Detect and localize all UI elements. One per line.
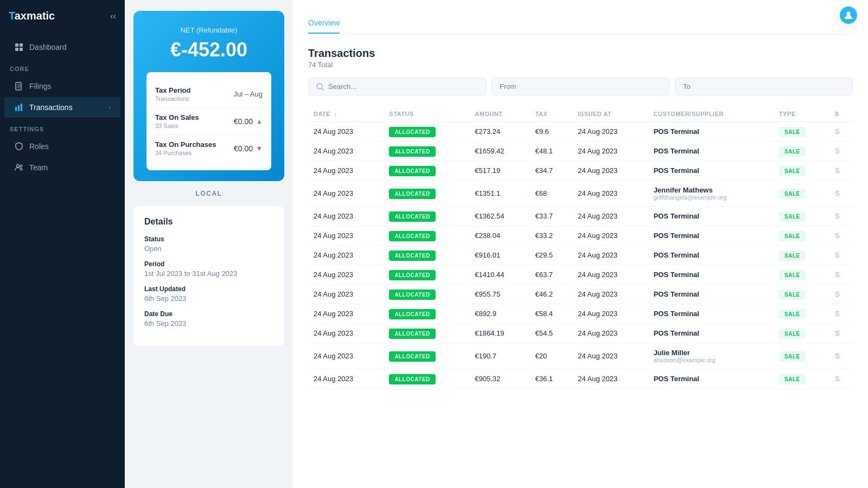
sidebar-item-label: Dashboard	[29, 43, 67, 52]
cell-s: S	[829, 285, 853, 304]
cell-tax: €68	[530, 181, 573, 207]
svg-point-8	[17, 165, 20, 168]
sidebar-item-filings[interactable]: Filings	[4, 76, 120, 97]
cell-status: ALLOCATED	[384, 122, 469, 142]
table-row[interactable]: 24 Aug 2023 ALLOCATED €1410.44 €63.7 24 …	[308, 265, 853, 285]
cell-s: S	[829, 369, 853, 389]
tax-on-purchases-row: Tax On Purchases 34 Purchases €0.00 ▼	[155, 135, 263, 162]
cell-type: SALE	[774, 369, 829, 389]
table-row[interactable]: 24 Aug 2023 ALLOCATED €1659.42 €48.1 24 …	[308, 142, 853, 161]
cell-type: SALE	[774, 122, 829, 142]
cell-date: 24 Aug 2023	[308, 161, 384, 181]
col-status[interactable]: STATUS	[384, 106, 469, 122]
sidebar-item-label: Team	[29, 163, 48, 172]
cell-amount: €190.7	[469, 343, 529, 369]
cell-supplier: Jennifer Mathewsgriffithangela@example.o…	[648, 181, 774, 207]
date-due-label: Date Due	[144, 310, 273, 318]
svg-rect-5	[15, 107, 17, 111]
table-row[interactable]: 24 Aug 2023 ALLOCATED €238.04 €33.2 24 A…	[308, 226, 853, 246]
cell-amount: €892.9	[469, 304, 529, 324]
cell-issued-at: 24 Aug 2023	[572, 285, 648, 304]
cell-tax: €9.6	[530, 122, 573, 142]
table-row[interactable]: 24 Aug 2023 ALLOCATED €517.19 €34.7 24 A…	[308, 161, 853, 181]
cell-issued-at: 24 Aug 2023	[572, 122, 648, 142]
col-date[interactable]: DATE ↕	[308, 106, 384, 122]
table-row[interactable]: 24 Aug 2023 ALLOCATED €273.24 €9.6 24 Au…	[308, 122, 853, 142]
arrow-down-icon: ▼	[256, 145, 263, 152]
col-tax[interactable]: TAX	[530, 106, 573, 122]
last-updated-label: Last Updated	[144, 285, 273, 293]
table-row[interactable]: 24 Aug 2023 ALLOCATED €955.75 €46.2 24 A…	[308, 285, 853, 304]
cell-issued-at: 24 Aug 2023	[572, 207, 648, 226]
app-logo: Taxmatic	[9, 10, 55, 22]
to-date-input[interactable]	[675, 78, 853, 95]
sidebar-item-label: Filings	[29, 82, 51, 91]
col-customer-supplier[interactable]: CUSTOMER/SUPPLIER	[648, 106, 774, 122]
table-row[interactable]: 24 Aug 2023 ALLOCATED €1362.54 €33.7 24 …	[308, 207, 853, 226]
sidebar-nav: Dashboard CORE Filings	[0, 32, 125, 488]
cell-s: S	[829, 207, 853, 226]
table-row[interactable]: 24 Aug 2023 ALLOCATED €1351.1 €68 24 Aug…	[308, 181, 853, 207]
cell-type: SALE	[774, 181, 829, 207]
cell-supplier: Julie Millerahudson@example.org	[648, 343, 774, 369]
grid-icon	[14, 42, 24, 52]
cell-amount: €517.19	[469, 161, 529, 181]
search-icon	[316, 83, 324, 91]
transactions-count: 74 Total	[308, 61, 853, 69]
cell-supplier: POS Terminal	[648, 324, 774, 343]
search-input[interactable]	[328, 82, 478, 91]
table-row[interactable]: 24 Aug 2023 ALLOCATED €190.7 €20 24 Aug …	[308, 343, 853, 369]
shield-icon	[14, 142, 24, 151]
cell-type: SALE	[774, 324, 829, 343]
cell-amount: €1864.19	[469, 324, 529, 343]
tab-overview[interactable]: Overview	[308, 13, 340, 34]
file-icon	[14, 81, 24, 91]
tax-card-label: NET (Refundable)	[146, 26, 271, 34]
cell-date: 24 Aug 2023	[308, 304, 384, 324]
cell-issued-at: 24 Aug 2023	[572, 343, 648, 369]
tabs: Overview	[308, 13, 853, 34]
cell-tax: €34.7	[530, 161, 573, 181]
table-row[interactable]: 24 Aug 2023 ALLOCATED €916.01 €29.5 24 A…	[308, 246, 853, 265]
col-amount[interactable]: AMOUNT	[469, 106, 529, 122]
sidebar-item-dashboard[interactable]: Dashboard	[4, 37, 120, 57]
cell-issued-at: 24 Aug 2023	[572, 161, 648, 181]
col-type[interactable]: TYPE	[774, 106, 829, 122]
cell-status: ALLOCATED	[384, 181, 469, 207]
cell-supplier: POS Terminal	[648, 369, 774, 389]
cell-status: ALLOCATED	[384, 207, 469, 226]
cell-s: S	[829, 265, 853, 285]
cell-amount: €1410.44	[469, 265, 529, 285]
period-label: Period	[144, 260, 273, 268]
sidebar: Taxmatic ‹‹ Dashboard CORE	[0, 0, 125, 488]
detail-status: Status Open	[144, 235, 273, 253]
cell-s: S	[829, 343, 853, 369]
cell-status: ALLOCATED	[384, 324, 469, 343]
cell-amount: €916.01	[469, 246, 529, 265]
from-date-input[interactable]	[492, 78, 669, 95]
cell-status: ALLOCATED	[384, 142, 469, 161]
table-row[interactable]: 24 Aug 2023 ALLOCATED €905.32 €36.1 24 A…	[308, 369, 853, 389]
cell-type: SALE	[774, 343, 829, 369]
transactions-table: DATE ↕ STATUS AMOUNT TAX ISSUED AT CUSTO…	[308, 106, 853, 389]
table-row[interactable]: 24 Aug 2023 ALLOCATED €1864.19 €54.5 24 …	[308, 324, 853, 343]
cell-status: ALLOCATED	[384, 369, 469, 389]
svg-rect-3	[20, 48, 23, 51]
user-avatar[interactable]	[840, 7, 857, 24]
cell-issued-at: 24 Aug 2023	[572, 181, 648, 207]
tax-on-sales-sub: 33 Sales	[155, 123, 199, 129]
cell-date: 24 Aug 2023	[308, 265, 384, 285]
cell-date: 24 Aug 2023	[308, 142, 384, 161]
sidebar-item-team[interactable]: Team	[4, 157, 120, 178]
sidebar-item-label: Transactions	[29, 103, 73, 112]
cell-amount: €905.32	[469, 369, 529, 389]
collapse-button[interactable]: ‹‹	[110, 11, 116, 21]
col-issued-at[interactable]: ISSUED AT	[572, 106, 648, 122]
cell-date: 24 Aug 2023	[308, 343, 384, 369]
sidebar-item-roles[interactable]: Roles	[4, 136, 120, 157]
arrow-up-icon: ▲	[256, 118, 263, 125]
cell-supplier: POS Terminal	[648, 285, 774, 304]
status-value: Open	[144, 245, 273, 253]
table-row[interactable]: 24 Aug 2023 ALLOCATED €892.9 €58.4 24 Au…	[308, 304, 853, 324]
sidebar-item-transactions[interactable]: Transactions ›	[4, 97, 120, 118]
